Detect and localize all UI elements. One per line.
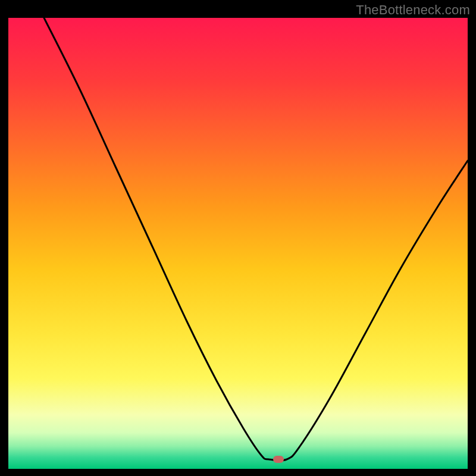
bottleneck-curve xyxy=(8,18,468,469)
chart-frame: TheBottleneck.com xyxy=(0,0,476,476)
plot-area xyxy=(8,18,468,469)
watermark-label: TheBottleneck.com xyxy=(356,2,470,18)
